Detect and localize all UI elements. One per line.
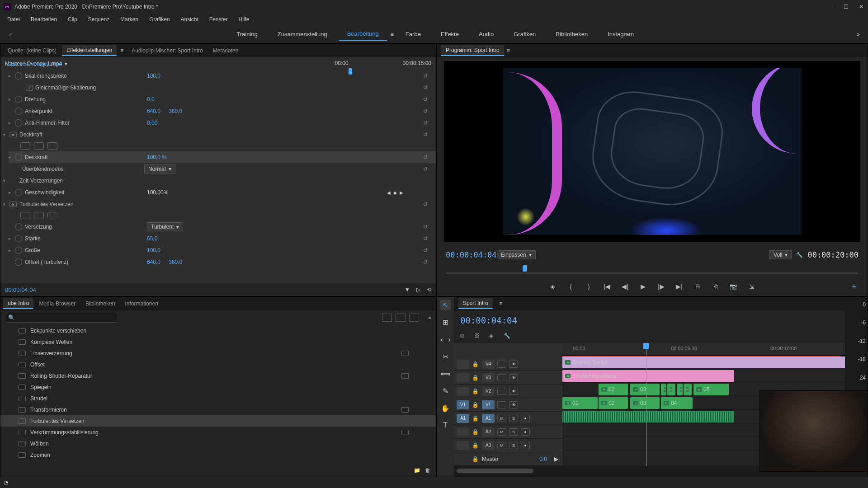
effect-item[interactable]: Linsenverzerrung [0, 347, 436, 359]
value-antiflimmer[interactable]: 0,00 [147, 120, 157, 126]
fx-badge-icon[interactable]: fx [9, 132, 17, 137]
timeline-playhead[interactable] [646, 343, 646, 466]
prev-keyframe-icon[interactable]: ◀ [387, 190, 391, 195]
source-patch[interactable] [457, 360, 469, 369]
mark-in-icon[interactable]: { [566, 282, 576, 291]
value-groesse[interactable]: 100,0 [147, 247, 160, 253]
reset-icon[interactable]: ↺ [423, 166, 429, 172]
minimize-button[interactable]: — [827, 4, 834, 10]
reset-icon[interactable]: ↺ [423, 259, 429, 265]
project-tab[interactable]: Media-Browser [34, 299, 80, 309]
filter-icon[interactable]: ▼ [405, 286, 410, 293]
toggle-track-output-icon[interactable]: 👁 [509, 388, 518, 395]
keyframe-toggle[interactable] [15, 119, 22, 127]
maximize-button[interactable]: ☐ [843, 4, 849, 10]
keyframe-toggle[interactable] [15, 96, 22, 103]
twirl-icon[interactable]: ▸ [9, 74, 15, 78]
track-target[interactable]: V3 [482, 373, 495, 382]
keyframe-toggle[interactable] [15, 72, 22, 80]
toggle-track-output-icon[interactable]: 👁 [509, 361, 518, 368]
value-geschwindigkeit[interactable]: 100,00% [147, 189, 168, 196]
reset-icon[interactable]: ↺ [423, 224, 429, 230]
lock-track-icon[interactable]: 🔒 [472, 415, 479, 422]
mute-toggle[interactable]: M [497, 442, 506, 449]
new-item-folder-icon[interactable]: 📁 [414, 467, 420, 474]
source-patch[interactable] [457, 427, 469, 436]
workspace-grafiken[interactable]: Grafiken [505, 28, 544, 40]
source-patch[interactable] [457, 373, 469, 382]
record-toggle[interactable]: ● [521, 442, 530, 449]
track-target[interactable]: A1 [482, 414, 495, 423]
reset-icon[interactable]: ↺ [423, 154, 429, 160]
preset-bin-icon[interactable] [382, 314, 392, 322]
menu-sequenz[interactable]: Sequenz [84, 15, 114, 24]
program-tab[interactable]: Programm: Sport Intro [441, 45, 504, 56]
menu-datei[interactable]: Datei [3, 15, 24, 24]
value-skalierungsbreite[interactable]: 100,0 [147, 73, 160, 79]
lock-track-icon[interactable]: 🔒 [472, 388, 479, 394]
add-marker-icon[interactable]: ◈ [548, 282, 557, 291]
project-tab[interactable]: Informationen [120, 299, 162, 309]
timeline-clip[interactable]: fx03 [630, 397, 660, 409]
toggle-track-output-icon[interactable]: 👁 [509, 374, 518, 381]
type-tool-icon[interactable]: T [440, 420, 451, 431]
effect-item[interactable]: Offset [0, 359, 436, 370]
selection-tool-icon[interactable]: ↖ [440, 300, 451, 310]
play-icon[interactable]: ▶ [639, 282, 648, 291]
snap-icon[interactable]: ⧉ [460, 333, 468, 341]
ec-timecode[interactable]: 00:00:04:04 [5, 286, 36, 293]
effect-item[interactable]: Strudel [0, 393, 436, 404]
track-target[interactable]: V4 [482, 360, 495, 369]
timeline-settings-icon[interactable]: 🔧 [504, 333, 512, 341]
record-toggle[interactable]: ● [521, 428, 530, 436]
add-marker-icon[interactable]: ◈ [489, 333, 497, 341]
timeline-track[interactable]: fxEinstellungsebene [562, 369, 845, 383]
source-tab[interactable]: Metadaten [208, 46, 243, 56]
uniform-scale-checkbox[interactable]: ✓ [27, 85, 33, 91]
reset-icon[interactable]: ↺ [423, 73, 429, 79]
timeline-clip[interactable]: fxOverlay 1.mp4 [562, 357, 845, 368]
workspace-menu-icon[interactable]: ≡ [391, 31, 394, 38]
keyframe-toggle[interactable] [15, 154, 22, 161]
sync-lock-icon[interactable] [497, 374, 506, 381]
source-tab[interactable]: Quelle: (keine Clips) [3, 46, 61, 56]
workspace-bearbeitung[interactable]: Bearbeitung [339, 28, 387, 41]
lock-track-icon[interactable]: 🔒 [472, 402, 479, 408]
reset-icon[interactable]: ↺ [423, 235, 429, 242]
ec-mini-playhead[interactable] [349, 68, 352, 75]
workspace-instagram[interactable]: Instagram [599, 28, 642, 40]
twirl-icon[interactable]: ▾ [3, 202, 9, 206]
toggle-track-output-icon[interactable]: 👁 [509, 401, 518, 408]
menu-hilfe[interactable]: Hilfe [234, 15, 254, 24]
razor-tool-icon[interactable]: ✂ [440, 351, 451, 362]
step-forward-icon[interactable]: |▶ [657, 282, 666, 291]
timeline-clip[interactable]: fx04 [661, 397, 693, 409]
value-staerke[interactable]: 65,0 [147, 235, 157, 242]
reset-icon[interactable]: ↺ [423, 201, 429, 207]
effects-search-input[interactable]: 🔍 [5, 313, 118, 323]
project-tab[interactable]: Bibliotheken [81, 299, 119, 309]
track-target[interactable]: V1 [482, 400, 495, 409]
timeline-clip[interactable]: fx05 [693, 384, 729, 395]
program-monitor-viewport[interactable] [444, 61, 860, 242]
source-tab[interactable]: Audioclip-Mischer: Sport Intro [127, 46, 207, 56]
timeline-clip[interactable] [562, 411, 734, 422]
ripple-tool-icon[interactable]: ⟷ [440, 334, 451, 345]
keyframe-toggle[interactable] [15, 223, 22, 230]
close-button[interactable]: ✕ [858, 4, 864, 10]
effect-item[interactable]: Verkrümmungsstabilisierung [0, 427, 436, 438]
value-deckkraft[interactable]: 100,0 % [147, 154, 167, 160]
effect-item[interactable]: Wölben [0, 438, 436, 449]
trash-icon[interactable]: 🗑 [425, 467, 430, 474]
fx-badge-icon[interactable]: fx [9, 202, 17, 207]
twirl-icon[interactable]: ▸ [9, 190, 15, 195]
play-only-icon[interactable]: ▷ [416, 286, 420, 293]
lift-icon[interactable]: ⎘ [693, 282, 702, 291]
go-to-next-icon[interactable]: ▶| [554, 456, 560, 462]
wrench-icon[interactable]: 🔧 [796, 252, 803, 258]
reset-icon[interactable]: ↺ [423, 84, 429, 91]
lock-track-icon[interactable]: 🔒 [472, 442, 479, 449]
pen-mask-icon[interactable] [47, 142, 57, 150]
twirl-icon[interactable]: ▸ [9, 248, 15, 253]
loop-icon[interactable]: ⟲ [427, 286, 431, 293]
